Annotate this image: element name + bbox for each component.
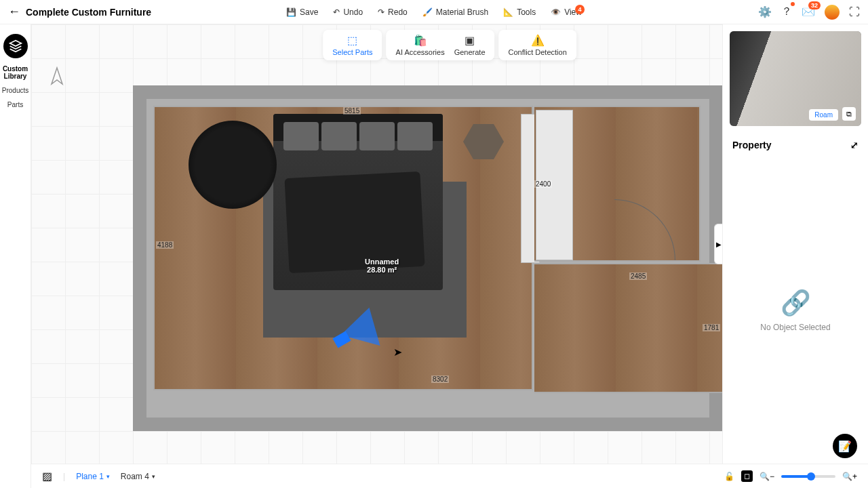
left-sidebar: CustomLibrary Products Parts xyxy=(0,24,31,488)
warning-icon: ⚠️ xyxy=(531,34,545,47)
right-panel: Roam ⧉ Property ⤢ 🔗 No Object Selected xyxy=(722,24,868,464)
app-header: ← Complete Custom Furniture 💾Save ↶Undo … xyxy=(0,0,868,24)
eye-icon: 👁️ xyxy=(551,7,561,17)
chevron-down-icon: ▾ xyxy=(106,473,110,480)
sidebar-item-products[interactable]: Products xyxy=(2,87,28,94)
view-badge: 4 xyxy=(575,5,585,14)
popout-icon[interactable]: ⧉ xyxy=(842,107,856,121)
tools-button[interactable]: 📐Tools xyxy=(503,7,536,17)
zoom-slider[interactable] xyxy=(781,475,835,478)
view-button[interactable]: 👁️View4 xyxy=(551,7,582,17)
messages-icon[interactable]: ✉️32 xyxy=(802,5,815,18)
pill-select: ⬚Select Parts xyxy=(323,30,382,60)
save-icon: 💾 xyxy=(286,7,296,17)
sidebar-item-parts[interactable]: Parts xyxy=(7,101,23,108)
blanket xyxy=(284,171,425,273)
sparkle-icon: 🛍️ xyxy=(414,34,427,47)
preview-3d[interactable]: Roam ⧉ xyxy=(730,31,861,126)
zoom-in-icon[interactable]: 🔍+ xyxy=(842,472,857,481)
page-title: Complete Custom Furniture xyxy=(26,7,151,18)
redo-icon: ↷ xyxy=(378,7,384,17)
side-table[interactable] xyxy=(463,124,504,159)
right-panel-collapse-handle[interactable]: ▶ xyxy=(714,224,722,264)
settings-icon[interactable]: ⚙️ xyxy=(758,5,772,18)
dim-bottom: 8302 xyxy=(431,375,449,383)
preview-scene xyxy=(730,31,861,126)
bottom-right-controls: 🔓 ◻ 🔍− 🔍+ xyxy=(724,470,857,482)
room-inner: Unnamed28.80 m² 5815 4188 2400 2485 8302… xyxy=(146,99,709,418)
empty-label: No Object Selected xyxy=(760,323,830,332)
help-icon[interactable]: ？ xyxy=(781,5,792,19)
select-parts-button[interactable]: ⬚Select Parts xyxy=(332,34,372,56)
ai-accessories-button[interactable]: 🛍️AI Accessories xyxy=(396,34,445,56)
chat-fab[interactable]: 📝 xyxy=(833,434,857,458)
header-right: ⚙️ ？ ✉️32 ⛶ xyxy=(758,5,860,20)
floor-main[interactable]: Unnamed28.80 m² xyxy=(153,106,533,390)
undo-icon: ↶ xyxy=(333,7,340,17)
empty-icon: 🔗 xyxy=(781,289,811,317)
round-table[interactable] xyxy=(189,121,277,209)
header-toolbar: 💾Save ↶Undo ↷Redo 🖌️Material Brush 📐Tool… xyxy=(286,7,582,17)
fullscreen-icon[interactable]: ⛶ xyxy=(849,6,860,18)
canvas-toolbar: ⬚Select Parts 🛍️AI Accessories ▣Generate… xyxy=(323,30,576,60)
messages-badge: 32 xyxy=(808,1,821,9)
compass-icon xyxy=(49,66,65,89)
pillows xyxy=(283,122,433,150)
pill-conflict: ⚠️Conflict Detection xyxy=(499,30,576,60)
tab-plane[interactable]: Plane 1▾ xyxy=(76,472,110,481)
expand-icon[interactable]: ⤢ xyxy=(850,140,859,150)
undo-button[interactable]: ↶Undo xyxy=(333,7,363,17)
ruler-icon: 📐 xyxy=(503,7,513,17)
help-dot xyxy=(791,2,795,6)
cursor-icon: ⬚ xyxy=(347,34,357,47)
pill-ai: 🛍️AI Accessories ▣Generate xyxy=(387,30,495,60)
generate-icon: ▣ xyxy=(465,34,475,47)
zoom-out-icon[interactable]: 🔍− xyxy=(760,472,774,481)
property-title: Property xyxy=(732,140,772,150)
redo-button[interactable]: ↷Redo xyxy=(378,7,408,17)
layers-icon[interactable]: ▨ xyxy=(42,470,52,483)
dim-right-upper: 2400 xyxy=(534,180,552,188)
dim-far-right: 1781 xyxy=(703,324,720,331)
tab-roam[interactable]: Roam 4▾ xyxy=(121,472,155,481)
brush-icon: 🖌️ xyxy=(422,7,433,17)
fit-icon[interactable]: ◻ xyxy=(741,470,753,482)
dim-right-lower: 2485 xyxy=(629,272,647,280)
room-outer-wall: Unnamed28.80 m² 5815 4188 2400 2485 8302… xyxy=(133,85,723,431)
roam-button[interactable]: Roam xyxy=(809,109,838,121)
property-header: Property ⤢ xyxy=(723,133,868,157)
save-button[interactable]: 💾Save xyxy=(286,7,318,17)
lock-icon[interactable]: 🔓 xyxy=(724,472,734,481)
empty-state: 🔗 No Object Selected xyxy=(723,157,868,464)
dim-left: 4188 xyxy=(156,241,174,249)
library-logo-icon[interactable] xyxy=(3,34,28,58)
bottom-bar: ▨ | Plane 1▾ Roam 4▾ 🔓 ◻ 🔍− 🔍+ xyxy=(31,464,868,488)
camera-marker[interactable] xyxy=(334,307,389,348)
back-arrow-icon[interactable]: ← xyxy=(8,5,20,19)
room-label: Unnamed28.80 m² xyxy=(365,258,399,274)
material-brush-button[interactable]: 🖌️Material Brush xyxy=(422,7,488,17)
dim-top: 5815 xyxy=(343,107,361,115)
chevron-down-icon: ▾ xyxy=(152,473,155,480)
conflict-detection-button[interactable]: ⚠️Conflict Detection xyxy=(509,34,567,56)
generate-button[interactable]: ▣Generate xyxy=(454,34,486,56)
avatar[interactable] xyxy=(825,5,840,20)
library-label: CustomLibrary xyxy=(3,65,28,80)
